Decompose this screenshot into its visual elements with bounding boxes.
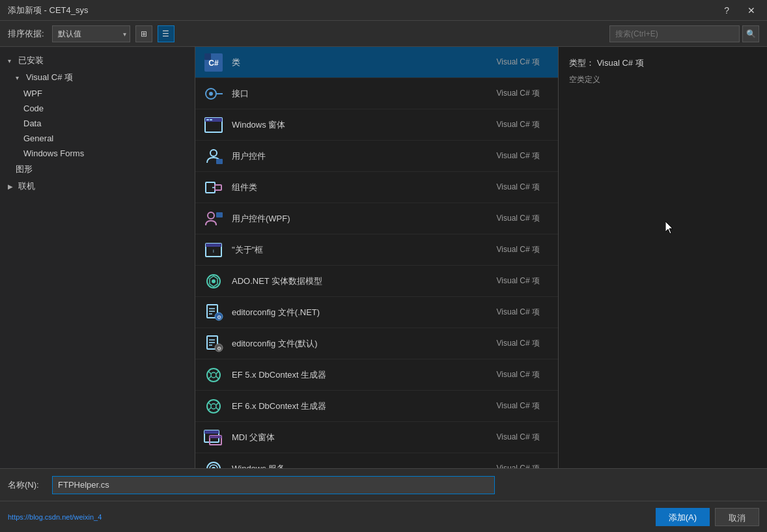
list-item[interactable]: Windows 窗体 Visual C# 项 bbox=[195, 109, 558, 141]
item-name: Windows 窗体 bbox=[232, 119, 489, 131]
svg-point-35 bbox=[211, 372, 216, 378]
item-category: Visual C# 项 bbox=[497, 244, 550, 255]
list-item[interactable]: 接口 Visual C# 项 bbox=[195, 78, 558, 109]
sidebar-item-online[interactable]: ▶ 联机 bbox=[0, 178, 195, 195]
description: 空类定义 bbox=[569, 74, 757, 85]
arrow-icon: ▶ bbox=[8, 183, 14, 190]
item-name: 用户控件(WPF) bbox=[232, 213, 489, 225]
item-icon: C# bbox=[203, 52, 224, 73]
item-name: 用户控件 bbox=[232, 150, 489, 162]
svg-rect-13 bbox=[215, 185, 221, 190]
sidebar-item-general[interactable]: General bbox=[0, 131, 195, 146]
item-name: editorconfig 文件(默认) bbox=[232, 338, 489, 350]
title-bar: 添加新项 - CET4_sys ? ✕ bbox=[0, 0, 767, 21]
item-name: editorconfig 文件(.NET) bbox=[232, 307, 489, 318]
item-name: "关于"框 bbox=[232, 244, 489, 256]
grid-view-button[interactable]: ⊞ bbox=[135, 25, 152, 42]
window-title: 添加新项 - CET4_sys bbox=[8, 5, 89, 16]
add-button[interactable]: 添加(A) bbox=[656, 508, 710, 526]
list-item[interactable]: MDI 父窗体 Visual C# 项 bbox=[195, 422, 558, 453]
item-icon bbox=[203, 396, 224, 417]
svg-text:C#: C# bbox=[208, 59, 219, 68]
list-item[interactable]: ⚙ editorconfig 文件(.NET) Visual C# 项 bbox=[195, 297, 558, 328]
footer-link[interactable]: https://blog.csdn.net/weixin_4 bbox=[8, 513, 102, 521]
item-category: Visual C# 项 bbox=[497, 150, 550, 161]
item-category: Visual C# 项 bbox=[497, 57, 550, 68]
sort-dropdown[interactable]: 默认值 bbox=[52, 25, 130, 42]
list-item[interactable]: i "关于"框 Visual C# 项 bbox=[195, 234, 558, 266]
svg-rect-39 bbox=[204, 430, 219, 434]
list-item[interactable]: Windows 服务 Visual C# 项 bbox=[195, 453, 558, 468]
svg-text:⚙: ⚙ bbox=[217, 315, 221, 320]
list-item[interactable]: 组件类 Visual C# 项 bbox=[195, 172, 558, 203]
sidebar-item-visual-csharp[interactable]: ▾ Visual C# 项 bbox=[0, 69, 195, 86]
content-area: ▾ 已安装 ▾ Visual C# 项 WPF Code Data Genera… bbox=[0, 47, 767, 468]
svg-point-34 bbox=[207, 369, 220, 382]
item-icon bbox=[203, 458, 224, 469]
svg-rect-2 bbox=[204, 53, 211, 60]
item-name: EF 5.x DbContext 生成器 bbox=[232, 369, 489, 381]
item-icon bbox=[203, 365, 224, 385]
search-box: 🔍 bbox=[609, 25, 759, 42]
arrow-icon: ▾ bbox=[8, 57, 14, 64]
sidebar-online-label: 联机 bbox=[18, 180, 35, 192]
item-category: Visual C# 项 bbox=[497, 119, 550, 130]
item-icon: ⚙ bbox=[203, 333, 224, 354]
sidebar-windows-forms-label: Windows Forms bbox=[23, 148, 84, 158]
item-name: MDI 父窗体 bbox=[232, 432, 489, 443]
toolbar: 排序依据: 默认值 ⊞ ☰ 🔍 bbox=[0, 21, 767, 47]
list-item[interactable]: ⚙ editorconfig 文件(默认) Visual C# 项 bbox=[195, 328, 558, 359]
list-view-button[interactable]: ☰ bbox=[158, 25, 174, 42]
item-list[interactable]: C# 类 Visual C# 项 接口 Visual C# 项 bbox=[195, 47, 559, 468]
item-category: Visual C# 项 bbox=[497, 213, 550, 224]
item-category: Visual C# 项 bbox=[497, 275, 550, 287]
list-item[interactable]: 用户控件 Visual C# 项 bbox=[195, 141, 558, 172]
sidebar-item-graphics[interactable]: 图形 bbox=[8, 161, 195, 178]
svg-rect-18 bbox=[206, 244, 221, 247]
sidebar-item-wpf[interactable]: WPF bbox=[0, 86, 195, 101]
sidebar-code-label: Code bbox=[23, 104, 44, 113]
svg-point-10 bbox=[210, 150, 217, 156]
sidebar-item-code[interactable]: Code bbox=[0, 101, 195, 116]
item-category: Visual C# 项 bbox=[497, 400, 550, 412]
svg-point-36 bbox=[207, 400, 220, 413]
item-category: Visual C# 项 bbox=[497, 432, 550, 443]
svg-rect-41 bbox=[210, 436, 221, 438]
item-name: 接口 bbox=[232, 88, 489, 100]
svg-rect-8 bbox=[206, 119, 209, 120]
sidebar-item-windows-forms[interactable]: Windows Forms bbox=[0, 146, 195, 161]
sidebar-item-data[interactable]: Data bbox=[0, 116, 195, 131]
name-input[interactable] bbox=[52, 476, 495, 494]
list-item[interactable]: 用户控件(WPF) Visual C# 项 bbox=[195, 203, 558, 234]
item-category: Visual C# 项 bbox=[497, 463, 550, 468]
item-icon bbox=[203, 115, 224, 135]
search-button[interactable]: 🔍 bbox=[742, 25, 759, 42]
item-icon bbox=[203, 271, 224, 292]
sidebar-graphics-label: 图形 bbox=[16, 163, 33, 175]
item-category: Visual C# 项 bbox=[497, 369, 550, 380]
close-button[interactable]: ✕ bbox=[744, 4, 759, 17]
help-button[interactable]: ? bbox=[720, 4, 733, 17]
installed-label: 已安装 bbox=[18, 55, 44, 66]
list-item[interactable]: ADO.NET 实体数据模型 Visual C# 项 bbox=[195, 266, 558, 297]
svg-rect-16 bbox=[216, 212, 223, 217]
item-category: Visual C# 项 bbox=[497, 307, 550, 318]
item-icon bbox=[203, 427, 224, 448]
svg-point-21 bbox=[212, 279, 216, 283]
sidebar-wpf-label: WPF bbox=[23, 89, 42, 98]
svg-rect-9 bbox=[210, 119, 212, 120]
list-item[interactable]: EF 5.x DbContext 生成器 Visual C# 项 bbox=[195, 359, 558, 391]
search-input[interactable] bbox=[609, 25, 740, 42]
sort-dropdown-wrapper: 默认值 bbox=[52, 25, 130, 42]
item-icon: ⚙ bbox=[203, 302, 224, 323]
list-item[interactable]: EF 6.x DbContext 生成器 Visual C# 项 bbox=[195, 391, 558, 422]
type-label: 类型： Visual C# 项 bbox=[569, 57, 757, 69]
list-item[interactable]: C# 类 Visual C# 项 bbox=[195, 47, 558, 78]
sidebar-item-installed[interactable]: ▾ 已安装 bbox=[0, 52, 195, 69]
svg-point-5 bbox=[209, 92, 213, 96]
item-name: Windows 服务 bbox=[232, 463, 489, 469]
cancel-button[interactable]: 取消 bbox=[715, 508, 759, 526]
sidebar: ▾ 已安装 ▾ Visual C# 项 WPF Code Data Genera… bbox=[0, 47, 195, 468]
item-name: 组件类 bbox=[232, 182, 489, 193]
svg-point-15 bbox=[208, 212, 214, 219]
